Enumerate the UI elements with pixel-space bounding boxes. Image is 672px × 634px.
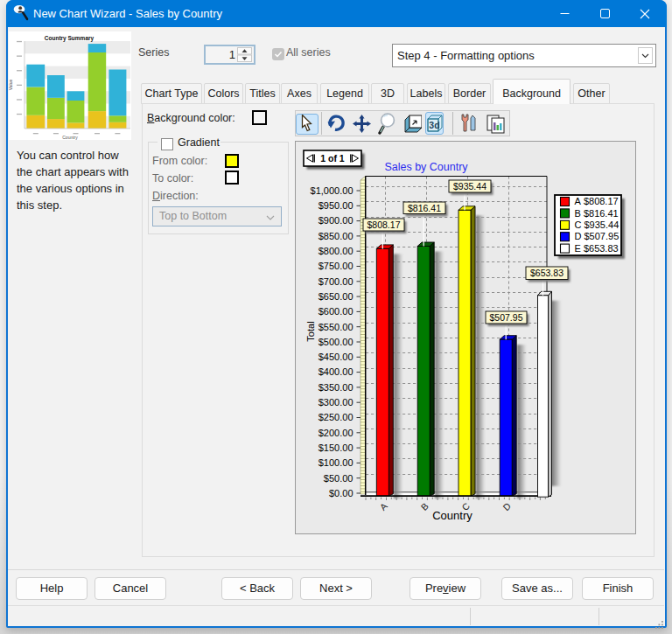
svg-text:D $507.95: D $507.95 bbox=[575, 231, 620, 241]
svg-text:$900.00: $900.00 bbox=[318, 215, 354, 226]
svg-text:$50.00: $50.00 bbox=[324, 473, 354, 484]
svg-text:$0.00: $0.00 bbox=[329, 488, 354, 498]
svg-text:$507.95: $507.95 bbox=[490, 312, 523, 323]
svg-text:$350.00: $350.00 bbox=[318, 382, 354, 393]
svg-text:$850.00: $850.00 bbox=[318, 231, 354, 241]
svg-text:B $816.41: B $816.41 bbox=[575, 208, 619, 219]
svg-text:$550.00: $550.00 bbox=[318, 322, 354, 332]
svg-text:$300.00: $300.00 bbox=[318, 397, 354, 408]
svg-text:Total: Total bbox=[305, 321, 316, 341]
svg-text:$700.00: $700.00 bbox=[318, 276, 354, 287]
svg-text:Country: Country bbox=[432, 509, 472, 522]
svg-text:$500.00: $500.00 bbox=[318, 337, 354, 347]
svg-text:A $808.17: A $808.17 bbox=[575, 196, 619, 206]
svg-text:$816.41: $816.41 bbox=[408, 203, 441, 213]
svg-text:Country: Country bbox=[62, 135, 78, 140]
svg-text:$808.17: $808.17 bbox=[368, 219, 401, 230]
svg-text:$600.00: $600.00 bbox=[318, 306, 354, 317]
svg-text:1 of 1: 1 of 1 bbox=[320, 153, 345, 164]
svg-text:$100.00: $100.00 bbox=[318, 457, 354, 468]
svg-text:Sales by Country: Sales by Country bbox=[384, 161, 468, 173]
svg-text:$935.44: $935.44 bbox=[453, 181, 486, 192]
svg-text:$200.00: $200.00 bbox=[318, 428, 354, 438]
svg-text:$653.83: $653.83 bbox=[530, 268, 564, 278]
svg-text:$950.00: $950.00 bbox=[318, 200, 354, 211]
svg-text:$800.00: $800.00 bbox=[318, 246, 354, 256]
svg-text:C $935.44: C $935.44 bbox=[575, 219, 620, 230]
svg-text:$1,000.00: $1,000.00 bbox=[311, 185, 354, 196]
svg-text:E $653.83: E $653.83 bbox=[575, 243, 619, 254]
svg-text:$400.00: $400.00 bbox=[318, 366, 354, 377]
svg-text:$650.00: $650.00 bbox=[318, 291, 354, 302]
svg-text:Value: Value bbox=[9, 80, 13, 91]
svg-text:$750.00: $750.00 bbox=[318, 261, 354, 271]
svg-text:$150.00: $150.00 bbox=[318, 442, 354, 453]
svg-text:$450.00: $450.00 bbox=[318, 352, 354, 362]
svg-text:3d: 3d bbox=[429, 120, 439, 130]
svg-text:$250.00: $250.00 bbox=[318, 412, 354, 422]
svg-text:Country Summary: Country Summary bbox=[45, 35, 94, 42]
